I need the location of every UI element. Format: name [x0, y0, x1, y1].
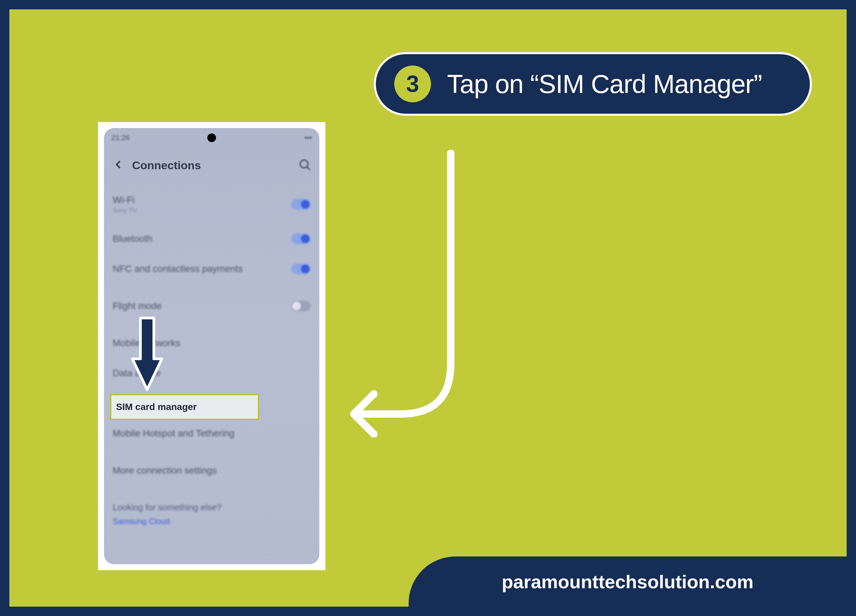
toggle-bluetooth[interactable]: [291, 233, 311, 244]
toggle-wifi[interactable]: [291, 199, 311, 210]
footer-line-2[interactable]: Samsung Cloud: [104, 517, 319, 526]
svg-line-1: [307, 167, 310, 170]
row-label: Mobile Hotspot and Tethering: [113, 428, 234, 439]
toggle-flight[interactable]: [291, 301, 311, 311]
row-label: Flight mode: [113, 301, 162, 311]
highlight-label: SIM card manager: [116, 402, 197, 412]
footer-note: Looking for something else? Samsung Clou…: [104, 485, 319, 526]
row-label: Bluetooth: [113, 233, 152, 244]
phone-screenshot-frame: 21:26 ••• Connections Wi-Fi Sony TV: [98, 122, 325, 570]
row-bluetooth[interactable]: Bluetooth: [104, 224, 319, 254]
footer-band: paramounttechsolution.com: [409, 556, 847, 607]
down-arrow-icon: [131, 315, 164, 392]
row-nfc[interactable]: NFC and contactless payments: [104, 254, 319, 284]
row-sublabel: Sony TV: [113, 207, 137, 214]
app-header: Connections: [104, 153, 319, 177]
frame: 3 Tap on “SIM Card Manager” 21:26 ••• Co…: [0, 0, 856, 616]
search-icon[interactable]: [298, 158, 311, 172]
phone-screen: 21:26 ••• Connections Wi-Fi Sony TV: [104, 128, 319, 564]
row-wifi[interactable]: Wi-Fi Sony TV: [104, 185, 319, 224]
callout-text: Tap on “SIM Card Manager”: [447, 69, 762, 99]
header-title: Connections: [132, 159, 201, 172]
row-label: More connection settings: [113, 465, 217, 476]
row-label: Wi-Fi: [113, 195, 137, 205]
status-icons: •••: [304, 134, 312, 142]
status-time: 21:26: [111, 134, 130, 142]
highlight-sim-card-manager[interactable]: SIM card manager: [110, 394, 259, 420]
step-callout: 3 Tap on “SIM Card Manager”: [374, 52, 812, 116]
back-icon[interactable]: [112, 159, 124, 172]
footer-site: paramounttechsolution.com: [502, 571, 754, 593]
step-number-badge: 3: [394, 66, 431, 102]
row-hotspot[interactable]: Mobile Hotspot and Tethering: [104, 418, 319, 448]
curve-arrow-icon: [340, 150, 481, 437]
row-label: NFC and contactless payments: [113, 263, 243, 274]
step-number: 3: [406, 71, 419, 97]
footer-line-1: Looking for something else?: [104, 502, 319, 517]
toggle-nfc[interactable]: [291, 263, 311, 274]
camera-notch: [207, 134, 216, 142]
row-more-connection[interactable]: More connection settings: [104, 448, 319, 485]
